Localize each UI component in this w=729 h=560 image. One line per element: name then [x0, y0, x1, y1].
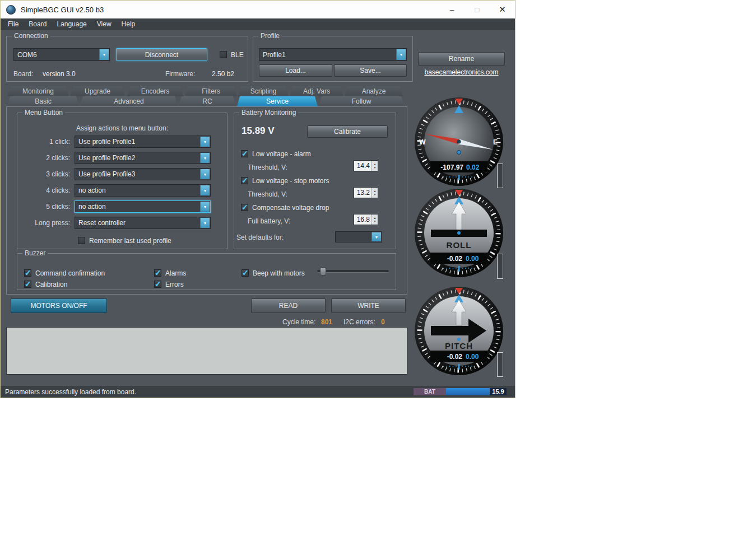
- long-press-action-select[interactable]: Reset controller: [75, 217, 211, 229]
- menu-board[interactable]: Board: [24, 18, 52, 30]
- cycle-time-label: Cycle time:: [282, 318, 315, 326]
- message-log: [6, 327, 407, 375]
- window-controls: – □ ✕: [439, 1, 515, 18]
- errors-checkbox[interactable]: [154, 281, 161, 288]
- full-battery-spinner[interactable]: 16.8: [354, 214, 378, 225]
- low-voltage-alarm-checkbox[interactable]: [241, 150, 248, 157]
- menu-button-group-label: Menu Button: [22, 109, 65, 116]
- threshold2-label: Threshold, V:: [248, 190, 287, 198]
- i2c-errors-label: I2C errors:: [343, 318, 375, 326]
- menu-view[interactable]: View: [92, 18, 117, 30]
- stop-threshold-spinner[interactable]: 13.2: [354, 187, 378, 198]
- remember-profile-row: Remember last used profile: [78, 236, 171, 245]
- alarm-threshold-spinner[interactable]: 14.4: [354, 160, 378, 171]
- roll-target-value: 0.00: [466, 255, 479, 263]
- remember-profile-checkbox[interactable]: [78, 237, 85, 244]
- slider-thumb[interactable]: [320, 267, 326, 276]
- status-bar: Parameters successfully loaded from boar…: [1, 386, 515, 398]
- command-confirmation-row: Command confirmation: [24, 269, 105, 277]
- spinner-arrows-icon[interactable]: [372, 161, 378, 171]
- roll-indicator-bar: [497, 254, 503, 279]
- chevron-down-icon: [200, 185, 210, 195]
- beep-volume-slider[interactable]: [317, 267, 389, 276]
- board-value: version 3.0: [43, 70, 76, 78]
- stop-motors-row: Low voltage - stop motors: [241, 176, 329, 185]
- service-panel: Menu Button Assign actions to menu butto…: [6, 106, 407, 295]
- tab-basic[interactable]: Basic: [7, 96, 79, 106]
- profile-group: Profile Profile1 Load... Save...: [253, 36, 413, 82]
- set-defaults-select[interactable]: [335, 231, 382, 242]
- ble-checkbox[interactable]: [220, 51, 227, 58]
- chevron-down-icon: [200, 169, 210, 179]
- click5-action-value: no action: [78, 203, 106, 211]
- calibrate-button[interactable]: Calibrate: [307, 125, 388, 138]
- alarms-checkbox[interactable]: [154, 269, 161, 277]
- tab-upgrade[interactable]: Upgrade: [70, 86, 125, 96]
- firmware-label: Firmware:: [165, 70, 195, 78]
- minimize-icon[interactable]: –: [439, 1, 465, 18]
- alarm-threshold-value: 14.4: [354, 161, 372, 171]
- spinner-arrows-icon[interactable]: [372, 188, 378, 198]
- click3-label: 3 clicks:: [17, 170, 70, 178]
- tab-rc[interactable]: RC: [179, 96, 236, 106]
- compensate-checkbox[interactable]: [241, 204, 248, 211]
- low-voltage-alarm-label: Low voltage - alarm: [252, 150, 311, 158]
- buzzer-group-label: Buzzer: [22, 249, 48, 257]
- tab-scripting[interactable]: Scripting: [238, 86, 289, 96]
- status-message: Parameters successfully loaded from boar…: [5, 388, 136, 396]
- tab-service[interactable]: Service: [237, 96, 318, 106]
- calibration-checkbox[interactable]: [24, 281, 31, 288]
- click2-action-select[interactable]: Use profile Profile2: [75, 152, 211, 164]
- menu-help[interactable]: Help: [117, 18, 141, 30]
- connection-group: Connection COM6 Disconnect BLE Board: ve…: [6, 36, 248, 82]
- tab-analyze[interactable]: Analyze: [345, 86, 403, 96]
- spinner-arrows-icon[interactable]: [372, 214, 378, 225]
- write-button[interactable]: WRITE: [331, 298, 406, 313]
- compensate-row: Compensate voltage drop: [241, 203, 329, 212]
- profile-value: Profile1: [263, 51, 286, 59]
- battery-voltage: 15.89 V: [242, 125, 275, 137]
- full-battery-label: Full battery, V:: [248, 217, 290, 225]
- menu-language[interactable]: Language: [52, 18, 91, 30]
- click2-action-value: Use profile Profile2: [78, 154, 135, 162]
- rename-button[interactable]: Rename: [418, 52, 505, 66]
- command-confirmation-checkbox[interactable]: [24, 269, 31, 277]
- bat-label: BAT: [414, 388, 446, 395]
- read-button[interactable]: READ: [251, 298, 326, 313]
- remember-profile-label: Remember last used profile: [89, 237, 171, 245]
- close-icon[interactable]: ✕: [490, 1, 515, 18]
- motors-on-off-button[interactable]: MOTORS ON/OFF: [11, 298, 107, 313]
- errors-label: Errors: [165, 281, 184, 288]
- compensate-label: Compensate voltage drop: [252, 204, 329, 212]
- disconnect-button[interactable]: Disconnect: [116, 48, 207, 61]
- tab-follow[interactable]: Follow: [319, 96, 404, 106]
- pitch-label: PITCH: [445, 341, 473, 351]
- window-title: SimpleBGC GUI v2.50 b3: [21, 6, 104, 14]
- battery-group: Battery Monitoring 15.89 V Calibrate Low…: [234, 113, 396, 249]
- profile-select[interactable]: Profile1: [259, 48, 407, 61]
- tab-adj-vars[interactable]: Adj. Vars: [290, 86, 343, 96]
- click3-action-select[interactable]: Use profile Profile3: [75, 168, 211, 180]
- chevron-down-icon: [396, 49, 406, 60]
- beep-motors-checkbox[interactable]: [242, 269, 249, 277]
- heading-gauge: W E -107.97 0.02: [414, 97, 504, 186]
- click4-action-select[interactable]: no action: [75, 184, 211, 197]
- battery-level-indicator: BAT 15.9: [414, 388, 507, 395]
- tab-advanced[interactable]: Advanced: [80, 96, 178, 106]
- tab-encoders[interactable]: Encoders: [127, 86, 183, 96]
- click1-action-value: Use profile Profile1: [78, 138, 135, 146]
- tab-monitoring[interactable]: Monitoring: [7, 86, 69, 96]
- app-window: SimpleBGC GUI v2.50 b3 – □ ✕ File Board …: [0, 0, 516, 398]
- stop-motors-checkbox[interactable]: [241, 177, 248, 184]
- pitch-target-value: 0.00: [466, 353, 479, 361]
- load-button[interactable]: Load...: [259, 64, 332, 77]
- click5-action-select[interactable]: no action: [75, 200, 211, 213]
- com-port-select[interactable]: COM6: [13, 48, 110, 61]
- tab-filters[interactable]: Filters: [185, 86, 237, 96]
- save-button[interactable]: Save...: [334, 64, 407, 77]
- maximize-icon[interactable]: □: [465, 1, 490, 18]
- click1-action-select[interactable]: Use profile Profile1: [75, 136, 211, 148]
- menu-file[interactable]: File: [3, 18, 24, 30]
- basecam-link[interactable]: basecamelectronics.com: [418, 68, 505, 76]
- click3-action-value: Use profile Profile3: [78, 170, 135, 178]
